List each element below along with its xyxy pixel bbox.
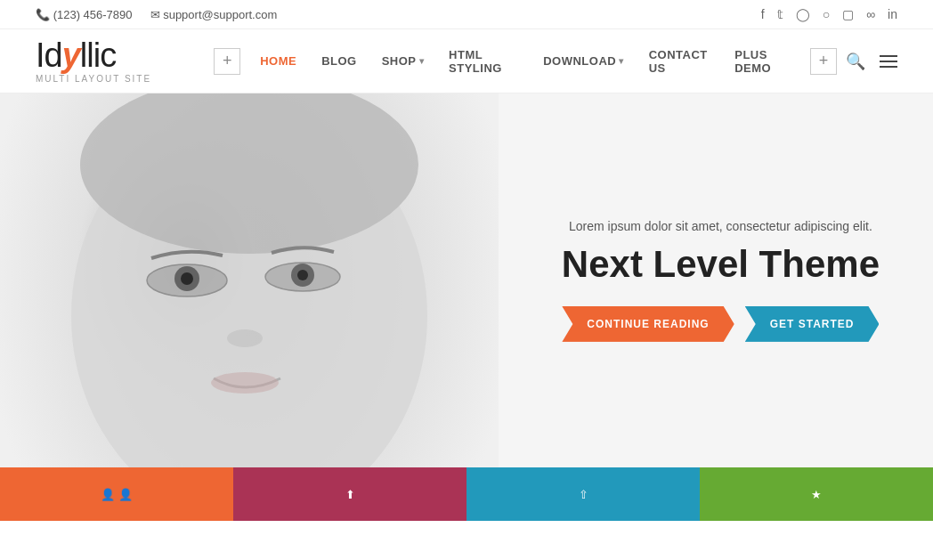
svg-point-5 xyxy=(181,272,193,285)
nav-home[interactable]: HOME xyxy=(249,47,307,75)
menu-line-3 xyxy=(880,66,897,68)
email-icon: ✉ xyxy=(150,8,160,21)
email-address: support@support.com xyxy=(163,8,277,21)
pinterest-icon[interactable]: ◯ xyxy=(796,7,810,21)
linkedin-icon[interactable]: in xyxy=(888,7,897,21)
svg-point-10 xyxy=(211,372,279,394)
facebook-icon[interactable]: f xyxy=(761,7,765,21)
header: Idyllic Multi Layout Site + HOME BLOG SH… xyxy=(0,29,933,93)
svg-point-9 xyxy=(227,329,263,347)
hamburger-menu-icon[interactable] xyxy=(880,55,897,68)
block-red-icon: 👤 👤 xyxy=(101,488,133,501)
hero-subtitle: Lorem ipsum dolor sit amet, consectetur … xyxy=(562,219,880,233)
social-links: f 𝕥 ◯ ○ ▢ ∞ in xyxy=(761,7,897,21)
shop-chevron: ▾ xyxy=(419,56,425,66)
flickr-icon[interactable]: ∞ xyxy=(866,7,875,21)
hero-title: Next Level Theme xyxy=(562,244,880,285)
email-info: ✉ support@support.com xyxy=(150,8,278,21)
instagram-icon[interactable]: ▢ xyxy=(842,7,854,21)
phone-icon: 📞 xyxy=(36,8,50,21)
nav-html-styling[interactable]: HTML STYLING xyxy=(438,41,529,82)
nav-blog[interactable]: BLOG xyxy=(311,47,368,75)
block-teal[interactable]: ⇧ xyxy=(466,467,700,521)
hero-face-svg xyxy=(0,93,499,467)
phone-number: (123) 456-7890 xyxy=(53,8,133,21)
menu-line-2 xyxy=(880,61,897,62)
get-started-button[interactable]: GET STARTED xyxy=(745,306,880,342)
continue-reading-button[interactable]: CONTINUE READING xyxy=(562,306,734,342)
logo-id: Id xyxy=(36,37,62,74)
search-icon[interactable]: 🔍 xyxy=(846,52,865,71)
nav-plus-demo[interactable]: PLUS DEMO xyxy=(724,41,801,82)
phone-info: 📞 (123) 456-7890 xyxy=(36,8,133,21)
hero-content: Lorem ipsum dolor sit amet, consectetur … xyxy=(562,219,880,342)
hero-buttons: CONTINUE READING GET STARTED xyxy=(562,306,880,342)
block-purple-icon: ⬆ xyxy=(345,488,355,501)
hero-image xyxy=(0,93,499,467)
hero-section: Lorem ipsum dolor sit amet, consectetur … xyxy=(0,93,933,467)
twitter-icon[interactable]: 𝕥 xyxy=(777,7,783,21)
logo-subtitle: Multi Layout Site xyxy=(36,74,151,84)
nav-contact[interactable]: CONTACT US xyxy=(638,41,721,82)
add-widget-btn-2[interactable]: + xyxy=(810,48,837,75)
logo-y: y xyxy=(62,37,80,74)
menu-line-1 xyxy=(880,55,897,57)
behance-icon[interactable]: ○ xyxy=(823,7,830,21)
block-purple[interactable]: ⬆ xyxy=(233,467,466,521)
svg-point-8 xyxy=(297,270,308,280)
block-red[interactable]: 👤 👤 xyxy=(0,467,233,521)
block-green-icon: ★ xyxy=(811,488,822,501)
logo[interactable]: Idyllic Multi Layout Site xyxy=(36,38,151,84)
main-nav: HOME BLOG SHOP ▾ HTML STYLING DOWNLOAD ▾… xyxy=(249,41,801,82)
block-green[interactable]: ★ xyxy=(700,467,933,521)
logo-llic: llic xyxy=(80,37,116,74)
topbar: 📞 (123) 456-7890 ✉ support@support.com f… xyxy=(0,0,933,29)
nav-shop[interactable]: SHOP ▾ xyxy=(371,47,434,75)
header-actions: 🔍 xyxy=(846,52,897,71)
download-chevron: ▾ xyxy=(619,56,624,66)
block-teal-icon: ⇧ xyxy=(579,488,588,501)
bottom-blocks: 👤 👤 ⬆ ⇧ ★ xyxy=(0,467,933,521)
add-widget-btn-1[interactable]: + xyxy=(214,48,240,75)
topbar-contact: 📞 (123) 456-7890 ✉ support@support.com xyxy=(36,8,277,21)
nav-download[interactable]: DOWNLOAD ▾ xyxy=(532,47,635,75)
